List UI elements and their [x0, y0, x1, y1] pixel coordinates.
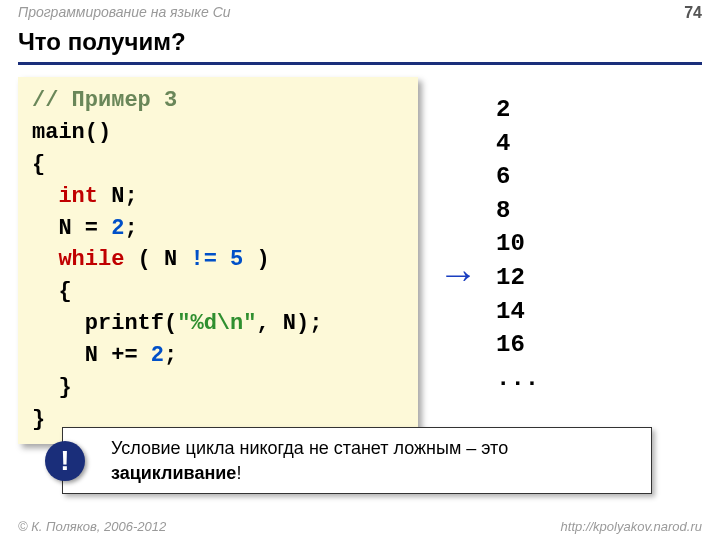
title-underline: [18, 62, 702, 65]
warning-callout: ! Условие цикла никогда не станет ложным…: [62, 427, 652, 494]
arrow-icon: →: [438, 254, 478, 294]
program-output: 2 4 6 8 10 12 14 16 ...: [496, 93, 539, 395]
exclamation-icon: !: [45, 441, 85, 481]
code-example: // Пример 3 main() { int N; N = 2; while…: [18, 77, 418, 444]
code-line: int N;: [32, 181, 404, 213]
copyright: © К. Поляков, 2006-2012: [18, 519, 166, 534]
output-line: 14: [496, 295, 539, 329]
code-line: printf("%d\n", N);: [32, 308, 404, 340]
footer-url: http://kpolyakov.narod.ru: [561, 519, 702, 534]
output-line: 4: [496, 127, 539, 161]
code-line: while ( N != 5 ): [32, 244, 404, 276]
code-line: N += 2;: [32, 340, 404, 372]
output-line: 6: [496, 160, 539, 194]
code-line: {: [32, 149, 404, 181]
warning-keyword: зацикливание: [111, 463, 236, 483]
footer: © К. Поляков, 2006-2012 http://kpolyakov…: [0, 519, 720, 534]
code-comment: // Пример 3: [32, 88, 177, 113]
content-area: // Пример 3 main() { int N; N = 2; while…: [0, 77, 720, 444]
output-line: 12: [496, 261, 539, 295]
warning-suffix: !: [236, 463, 241, 483]
code-line: main(): [32, 117, 404, 149]
output-line: 8: [496, 194, 539, 228]
output-line: 16: [496, 328, 539, 362]
output-line: 2: [496, 93, 539, 127]
page-number: 74: [684, 4, 702, 22]
code-line: {: [32, 276, 404, 308]
course-title: Программирование на языке Си: [18, 4, 231, 22]
page-title: Что получим?: [0, 24, 720, 62]
output-line: 10: [496, 227, 539, 261]
output-column: → 2 4 6 8 10 12 14 16 ...: [438, 93, 539, 395]
header-bar: Программирование на языке Си 74: [0, 0, 720, 24]
output-line: ...: [496, 362, 539, 396]
code-line: }: [32, 372, 404, 404]
warning-text: Условие цикла никогда не станет ложным –…: [111, 438, 508, 458]
code-line: N = 2;: [32, 213, 404, 245]
